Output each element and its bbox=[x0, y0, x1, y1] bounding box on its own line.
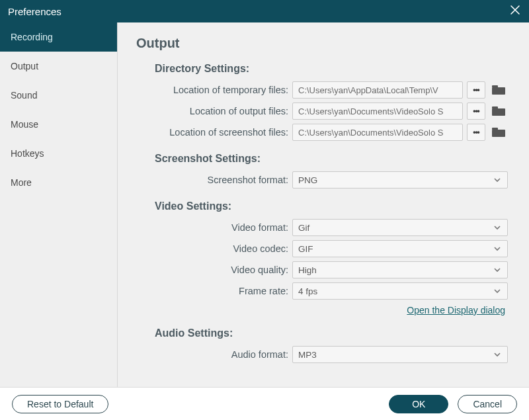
ok-button[interactable]: OK bbox=[389, 395, 448, 413]
select-frame-rate-value: 4 fps bbox=[298, 286, 317, 296]
sidebar-item-sound[interactable]: Sound bbox=[0, 81, 117, 110]
row-screenshot-format: Screenshot format: PNG bbox=[136, 171, 510, 189]
folder-icon bbox=[492, 106, 505, 116]
ellipsis-icon: ••• bbox=[473, 106, 479, 116]
sidebar-item-hotkeys[interactable]: Hotkeys bbox=[0, 139, 117, 168]
section-screenshot-heading: Screenshot Settings: bbox=[155, 153, 510, 165]
open-display-dialog-link[interactable]: Open the Display dialog bbox=[407, 305, 505, 315]
sidebar-item-recording[interactable]: Recording bbox=[0, 22, 117, 52]
label-video-format: Video format: bbox=[136, 222, 292, 233]
close-icon[interactable] bbox=[509, 4, 521, 19]
label-audio-format: Audio format: bbox=[136, 349, 292, 360]
input-output-files[interactable]: C:\Users\yan\Documents\VideoSolo S bbox=[292, 103, 463, 120]
page-title: Output bbox=[136, 36, 510, 51]
select-audio-format[interactable]: MP3 bbox=[292, 346, 508, 363]
sidebar-item-label: More bbox=[11, 177, 32, 188]
row-video-quality: Video quality: High bbox=[136, 261, 510, 278]
select-screenshot-format-value: PNG bbox=[298, 175, 317, 185]
main-panel: Output Directory Settings: Location of t… bbox=[118, 22, 529, 387]
select-frame-rate[interactable]: 4 fps bbox=[292, 282, 508, 300]
input-temp-files[interactable]: C:\Users\yan\AppData\Local\Temp\V bbox=[292, 81, 463, 99]
open-output-folder-button[interactable] bbox=[489, 103, 508, 120]
sidebar: Recording Output Sound Mouse Hotkeys Mor… bbox=[0, 22, 118, 387]
browse-temp-button[interactable]: ••• bbox=[467, 81, 485, 99]
cancel-label: Cancel bbox=[473, 399, 502, 409]
label-screenshot-files: Location of screenshot files: bbox=[136, 127, 292, 138]
section-video-heading: Video Settings: bbox=[155, 200, 510, 212]
row-audio-format: Audio format: MP3 bbox=[136, 346, 510, 363]
display-dialog-link-row: Open the Display dialog bbox=[136, 305, 505, 315]
folder-icon bbox=[492, 85, 505, 95]
input-screenshot-files-text: C:\Users\yan\Documents\VideoSolo S bbox=[298, 128, 443, 138]
sidebar-item-label: Hotkeys bbox=[11, 148, 44, 159]
chevron-down-icon bbox=[493, 223, 502, 232]
select-video-format[interactable]: Gif bbox=[292, 219, 508, 236]
select-video-quality[interactable]: High bbox=[292, 261, 508, 278]
row-output-files: Location of output files: C:\Users\yan\D… bbox=[136, 103, 510, 120]
ok-label: OK bbox=[412, 399, 425, 409]
row-video-codec: Video codec: GIF bbox=[136, 240, 510, 257]
open-screenshot-folder-button[interactable] bbox=[489, 124, 508, 141]
select-audio-format-value: MP3 bbox=[298, 350, 317, 360]
label-video-codec: Video codec: bbox=[136, 243, 292, 254]
reset-label: Reset to Default bbox=[27, 399, 93, 409]
reset-to-default-button[interactable]: Reset to Default bbox=[12, 395, 108, 413]
footer: Reset to Default OK Cancel bbox=[0, 387, 529, 420]
chevron-down-icon bbox=[493, 350, 502, 359]
select-video-quality-value: High bbox=[298, 265, 317, 275]
titlebar: Preferences bbox=[0, 0, 529, 22]
label-video-quality: Video quality: bbox=[136, 265, 292, 275]
select-screenshot-format[interactable]: PNG bbox=[292, 171, 508, 189]
section-directory-heading: Directory Settings: bbox=[155, 63, 510, 75]
select-video-codec-value: GIF bbox=[298, 244, 313, 254]
section-audio-heading: Audio Settings: bbox=[155, 327, 510, 339]
folder-icon bbox=[492, 128, 505, 137]
sidebar-item-label: Mouse bbox=[11, 119, 38, 130]
label-output-files: Location of output files: bbox=[136, 106, 292, 116]
row-video-format: Video format: Gif bbox=[136, 219, 510, 236]
input-screenshot-files[interactable]: C:\Users\yan\Documents\VideoSolo S bbox=[292, 124, 463, 141]
row-frame-rate: Frame rate: 4 fps bbox=[136, 282, 510, 300]
input-temp-files-text: C:\Users\yan\AppData\Local\Temp\V bbox=[298, 85, 438, 95]
label-temp-files: Location of temporary files: bbox=[136, 85, 292, 95]
cancel-button[interactable]: Cancel bbox=[458, 395, 517, 413]
browse-output-button[interactable]: ••• bbox=[467, 103, 485, 120]
input-output-files-text: C:\Users\yan\Documents\VideoSolo S bbox=[298, 106, 443, 116]
open-temp-folder-button[interactable] bbox=[489, 81, 508, 99]
window-title: Preferences bbox=[8, 6, 61, 17]
sidebar-item-mouse[interactable]: Mouse bbox=[0, 110, 117, 139]
browse-screenshot-button[interactable]: ••• bbox=[467, 124, 485, 141]
sidebar-item-label: Sound bbox=[11, 90, 37, 101]
label-frame-rate: Frame rate: bbox=[136, 286, 292, 296]
sidebar-item-more[interactable]: More bbox=[0, 168, 117, 197]
row-screenshot-files: Location of screenshot files: C:\Users\y… bbox=[136, 124, 510, 141]
label-screenshot-format: Screenshot format: bbox=[136, 175, 292, 185]
chevron-down-icon bbox=[493, 286, 502, 296]
sidebar-item-label: Recording bbox=[11, 32, 53, 42]
row-temp-files: Location of temporary files: C:\Users\ya… bbox=[136, 81, 510, 99]
chevron-down-icon bbox=[493, 265, 502, 274]
select-video-format-value: Gif bbox=[298, 223, 309, 233]
select-video-codec[interactable]: GIF bbox=[292, 240, 508, 257]
chevron-down-icon bbox=[493, 175, 502, 185]
chevron-down-icon bbox=[493, 244, 502, 253]
ellipsis-icon: ••• bbox=[473, 128, 479, 137]
sidebar-item-label: Output bbox=[11, 61, 38, 71]
ellipsis-icon: ••• bbox=[473, 85, 479, 95]
sidebar-item-output[interactable]: Output bbox=[0, 52, 117, 81]
